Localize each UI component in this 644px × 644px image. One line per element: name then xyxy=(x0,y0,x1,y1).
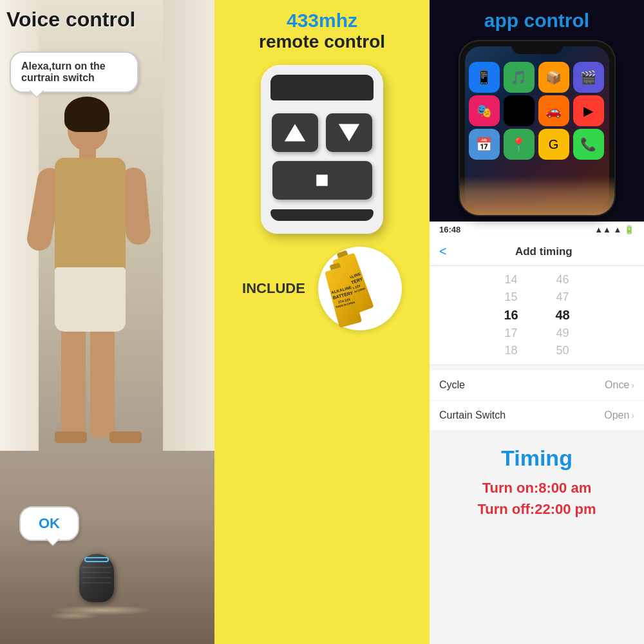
app-icon-3: 📦 xyxy=(538,62,569,93)
app-icon-12: 📞 xyxy=(573,129,604,160)
include-label: INCLUDE xyxy=(242,280,305,297)
frequency-label: 433mhz xyxy=(259,10,385,32)
echo-body xyxy=(79,554,114,602)
phone-notch xyxy=(511,41,563,54)
remote-buttons-up-down xyxy=(270,113,374,152)
app-icon-5: 🎭 xyxy=(469,95,500,126)
app-icon-9: 📅 xyxy=(469,129,500,160)
svg-marker-1 xyxy=(339,124,359,142)
curtain-switch-row[interactable]: Curtain Switch Open › xyxy=(430,401,644,431)
hour-17: 17 xyxy=(498,327,524,340)
alexa-command-text: Alexa,turn on the curtrain switch xyxy=(21,61,127,84)
hand-holding-phone xyxy=(460,176,614,215)
voice-control-title: Voice control xyxy=(6,8,135,32)
minute-48-selected: 48 xyxy=(550,308,576,323)
minute-46: 46 xyxy=(550,273,576,287)
battery-circle: ALKALINE BATTERY 27A 12V MADE IN CHINA A… xyxy=(318,247,402,330)
time-row-2: 15 47 xyxy=(430,289,644,306)
app-timing-interface: 16:48 ▲▲ ▲ 🔋 < Add timing 14 46 15 47 16… xyxy=(430,222,644,644)
remote-up-button[interactable] xyxy=(272,113,318,152)
phone-display-area: 📱 🎵 📦 🎬 🎭 🅱 🚗 ▶ 📅 📍 G 📞 xyxy=(430,38,644,222)
time-row-selected: 16 48 xyxy=(430,306,644,325)
person-right-leg xyxy=(90,325,115,438)
settings-list: Cycle Once › Curtain Switch Open › xyxy=(430,370,644,431)
up-arrow-icon xyxy=(283,121,307,144)
floor-dish xyxy=(48,612,100,620)
time-row-5: 18 50 xyxy=(430,342,644,359)
curtain-switch-label: Curtain Switch xyxy=(439,410,506,421)
nav-bar: < Add timing xyxy=(430,238,644,266)
remote-device xyxy=(261,65,383,234)
timing-title: Timing xyxy=(439,446,634,471)
echo-speaker xyxy=(77,554,116,605)
hour-14: 14 xyxy=(498,273,524,287)
remote-title-area: 433mhz remote control xyxy=(259,10,385,52)
cycle-setting-row[interactable]: Cycle Once › xyxy=(430,370,644,401)
app-icon-2: 🎵 xyxy=(504,62,535,93)
app-icon-11: G xyxy=(538,129,569,160)
person-right-foot xyxy=(109,431,142,443)
curtain-chevron: › xyxy=(631,410,634,421)
svg-marker-0 xyxy=(285,124,305,142)
timing-off: Turn off:22:00 pm xyxy=(439,498,634,520)
remote-buttons-stop xyxy=(270,161,374,200)
app-icon-1: 📱 xyxy=(469,62,500,93)
app-icon-10: 📍 xyxy=(504,129,535,160)
app-icon-4: 🎬 xyxy=(573,62,604,93)
curtain-switch-value: Open › xyxy=(604,410,634,421)
status-icons: ▲▲ ▲ 🔋 xyxy=(594,225,634,234)
minute-47: 47 xyxy=(550,290,576,304)
time-picker[interactable]: 14 46 15 47 16 48 17 49 18 50 xyxy=(430,266,644,365)
phone-mockup: 📱 🎵 📦 🎬 🎭 🅱 🚗 ▶ 📅 📍 G 📞 xyxy=(460,41,614,215)
remote-subtitle: remote control xyxy=(259,32,385,52)
ok-response-text: OK xyxy=(39,515,60,532)
person-shorts xyxy=(55,267,126,332)
remote-top-bar xyxy=(270,75,374,100)
time-row-1: 14 46 xyxy=(430,271,644,289)
app-icon-8: ▶ xyxy=(573,95,604,126)
hour-18: 18 xyxy=(498,344,524,357)
echo-ring-light xyxy=(84,557,109,562)
status-time: 16:48 xyxy=(439,225,460,234)
cycle-value: Once › xyxy=(605,379,634,391)
ok-response-bubble: OK xyxy=(19,506,79,541)
status-bar: 16:48 ▲▲ ▲ 🔋 xyxy=(430,222,644,238)
remote-down-button[interactable] xyxy=(326,113,372,152)
cycle-chevron: › xyxy=(631,380,634,390)
curtain-right xyxy=(163,0,214,451)
timing-section: Timing Turn on:8:00 am Turn off:22:00 pm xyxy=(430,436,644,529)
app-control-panel: app control 📱 🎵 📦 🎬 🎭 🅱 🚗 ▶ 📅 📍 G 📞 xyxy=(430,0,644,644)
person-left-foot xyxy=(55,431,87,443)
stop-icon xyxy=(313,171,331,189)
time-row-4: 17 49 xyxy=(430,325,644,342)
remote-control-panel: 433mhz remote control xyxy=(214,0,430,644)
battery-section: INCLUDE ALKALINE BATTERY 27A 12V MADE IN… xyxy=(242,247,402,330)
voice-control-panel: Voice control Alexa,turn on the curtrain… xyxy=(0,0,214,644)
app-control-title: app control xyxy=(430,0,644,38)
alexa-command-bubble: Alexa,turn on the curtrain switch xyxy=(10,52,138,93)
hour-15: 15 xyxy=(498,290,524,304)
person-left-leg xyxy=(61,322,86,438)
svg-rect-2 xyxy=(316,175,328,186)
nav-title: Add timing xyxy=(453,245,634,258)
down-arrow-icon xyxy=(337,121,361,144)
minute-50: 50 xyxy=(550,344,576,357)
person-torso xyxy=(55,158,126,274)
minute-49: 49 xyxy=(550,327,576,340)
timing-on: Turn on:8:00 am xyxy=(439,477,634,498)
cycle-label: Cycle xyxy=(439,379,465,391)
app-icon-6: 🅱 xyxy=(504,95,535,126)
app-icon-7: 🚗 xyxy=(538,95,569,126)
remote-bottom-bar xyxy=(270,209,374,221)
hour-16-selected: 16 xyxy=(498,308,524,323)
back-button[interactable]: < xyxy=(439,244,447,259)
person-hair xyxy=(64,97,109,132)
remote-stop-button[interactable] xyxy=(272,161,372,200)
